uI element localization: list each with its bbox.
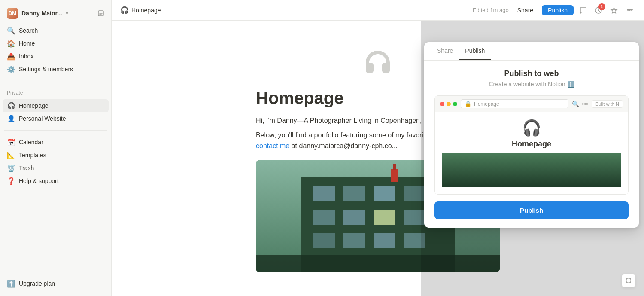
settings-label: Settings & members: [19, 66, 73, 73]
user-name: Danny Maior...: [21, 10, 62, 17]
svg-rect-6: [374, 186, 395, 201]
tl-green: [453, 102, 457, 106]
preview-page-title: Homepage: [512, 140, 551, 149]
svg-rect-15: [343, 233, 365, 248]
topbar-left: 🎧 Homepage: [120, 6, 161, 14]
lock-icon: 🔒: [465, 101, 471, 107]
sidebar-item-home[interactable]: 🏠 Home: [3, 37, 109, 50]
help-icon: ❓: [7, 177, 15, 185]
search-icon: 🔍: [7, 26, 15, 35]
panel-tabs: Share Publish: [424, 42, 639, 61]
expand-button[interactable]: [622, 274, 635, 287]
svg-rect-18: [391, 169, 398, 182]
sidebar-divider: [4, 81, 107, 81]
built-with-text: Built with: [595, 101, 614, 107]
calendar-icon: 📅: [7, 138, 15, 146]
svg-rect-19: [393, 164, 396, 170]
tab-publish[interactable]: Publish: [459, 42, 491, 60]
preview-bar-actions: 🔍 •••: [572, 101, 588, 107]
sidebar-item-settings[interactable]: ⚙️ Settings & members: [3, 63, 109, 76]
sidebar-item-inbox[interactable]: 📥 Inbox: [3, 50, 109, 63]
inbox-icon: 📥: [7, 52, 15, 61]
built-with-badge: Built with N: [592, 100, 623, 108]
settings-icon: ⚙️: [7, 65, 15, 73]
templates-icon: 📐: [7, 151, 15, 159]
preview-card: 🔒 Homepage 🔍 ••• Built with N: [434, 95, 629, 195]
new-page-button[interactable]: [95, 7, 107, 19]
svg-rect-9: [313, 210, 335, 225]
sidebar-item-calendar[interactable]: 📅 Calendar: [3, 136, 109, 149]
svg-rect-10: [343, 210, 365, 225]
pages-nav: 🎧 Homepage 👤 Personal Website: [0, 98, 111, 127]
sidebar-item-search[interactable]: 🔍 Search: [3, 24, 109, 37]
favorite-button[interactable]: [608, 4, 620, 16]
avatar: DM: [7, 8, 18, 19]
page-title: Homepage: [131, 7, 161, 14]
person-icon: 👤: [7, 114, 15, 123]
content-area: Homepage Hi, I'm Danny—A Photographer Li…: [112, 21, 644, 296]
preview-url-bar: 🔒 Homepage: [461, 99, 568, 108]
sidebar-header: DM Danny Maior... ▾: [0, 3, 111, 22]
tl-yellow: [447, 102, 451, 106]
tab-share[interactable]: Share: [431, 42, 459, 60]
traffic-lights: [440, 102, 457, 106]
personal-website-label: Personal Website: [19, 115, 66, 122]
more-dots-icon: •••: [627, 6, 632, 15]
help-label: Help & support: [19, 177, 59, 184]
sidebar-item-homepage[interactable]: 🎧 Homepage: [3, 99, 109, 112]
expand-icon: [626, 278, 632, 284]
publish-button[interactable]: Publish: [542, 5, 574, 15]
panel-title: Publish to web: [434, 69, 629, 78]
comments-button[interactable]: [577, 4, 589, 16]
comments-icon: [579, 6, 587, 14]
trash-label: Trash: [19, 165, 34, 171]
svg-rect-11: [374, 210, 395, 225]
preview-url-text: Homepage: [474, 101, 499, 107]
page-headphones-icon: 🎧: [120, 6, 129, 14]
sidebar-extra-nav: 📅 Calendar 📐 Templates 🗑️ Trash ❓ Help &…: [0, 134, 111, 189]
svg-rect-14: [313, 233, 335, 248]
sidebar-item-help[interactable]: ❓ Help & support: [3, 174, 109, 187]
sidebar-bottom: ⬆️ Upgrade plan: [0, 275, 111, 293]
svg-rect-16: [374, 233, 395, 248]
preview-building-image: [442, 153, 621, 187]
upgrade-plan-button[interactable]: ⬆️ Upgrade plan: [3, 277, 109, 290]
upgrade-icon: ⬆️: [7, 279, 15, 288]
publish-panel: Share Publish Publish to web Create a we…: [424, 42, 639, 228]
homepage-label: Homepage: [19, 102, 49, 109]
private-section-label: Private: [0, 85, 111, 98]
sidebar-item-trash[interactable]: 🗑️ Trash: [3, 162, 109, 174]
publish-action-button[interactable]: Publish: [434, 201, 629, 219]
more-bar-icon: •••: [582, 101, 588, 107]
topbar: 🎧 Homepage Edited 1m ago Share Publish: [112, 0, 644, 21]
panel-subtitle: Create a website with Notion ℹ️: [434, 81, 629, 88]
topbar-right: Edited 1m ago Share Publish 1: [473, 4, 635, 16]
preview-card-bar: 🔒 Homepage 🔍 ••• Built with N: [435, 96, 628, 112]
sidebar-nav: 🔍 Search 🏠 Home 📥 Inbox ⚙️ Settings & me…: [0, 22, 111, 77]
edited-time: Edited 1m ago: [473, 7, 509, 13]
preview-content: 🎧 Homepage: [435, 112, 628, 194]
info-icon: ℹ️: [567, 81, 574, 88]
page-body-suffix: at danny.maiorca@danny-cph.co...: [292, 142, 398, 150]
sidebar-divider-2: [4, 130, 107, 131]
breadcrumb: 🎧 Homepage: [120, 6, 161, 14]
share-button[interactable]: Share: [512, 5, 538, 15]
updates-wrap: 1: [592, 4, 605, 16]
user-menu[interactable]: DM Danny Maior... ▾: [4, 6, 71, 21]
new-page-icon: [97, 10, 104, 17]
notification-badge: 1: [598, 3, 605, 10]
search-label: Search: [19, 27, 38, 34]
home-label: Home: [19, 40, 35, 47]
svg-rect-4: [313, 186, 335, 201]
more-options-button[interactable]: •••: [623, 4, 635, 16]
home-icon: 🏠: [7, 39, 15, 48]
sidebar: DM Danny Maior... ▾ 🔍 Search 🏠 Home 📥 In…: [0, 0, 112, 296]
star-icon: [610, 6, 618, 14]
search-bar-icon: 🔍: [572, 101, 579, 107]
calendar-label: Calendar: [19, 139, 43, 146]
publish-panel-overlay: Share Publish Publish to web Create a we…: [421, 21, 644, 296]
headphones-large-icon: [361, 46, 395, 81]
panel-subtitle-text: Create a website with Notion: [489, 81, 565, 88]
sidebar-item-templates[interactable]: 📐 Templates: [3, 149, 109, 162]
sidebar-item-personal-website[interactable]: 👤 Personal Website: [3, 112, 109, 125]
